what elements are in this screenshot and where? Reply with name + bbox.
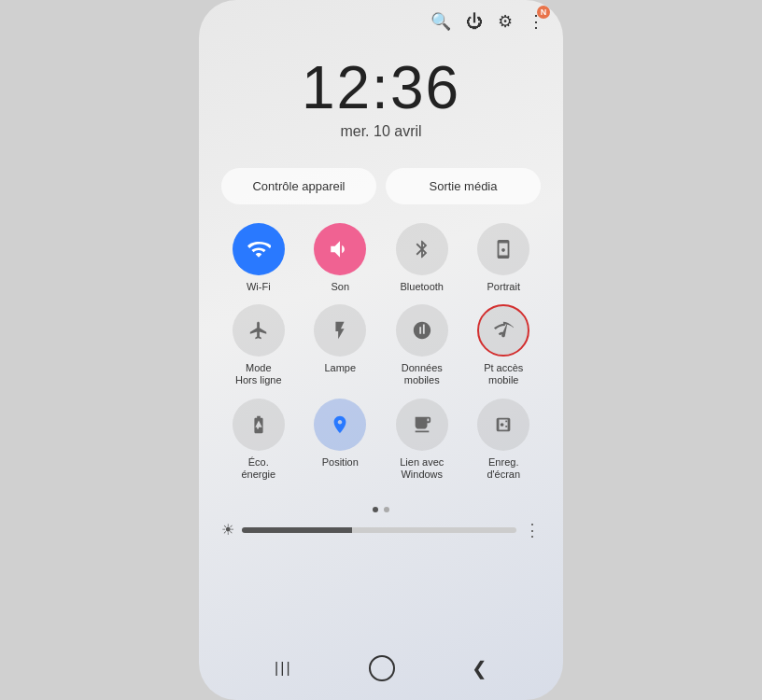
clock-date: mer. 10 avril bbox=[199, 123, 563, 140]
back-button[interactable]: ❮ bbox=[472, 657, 487, 679]
portrait-label: Portrait bbox=[487, 281, 520, 293]
screen-record-label: Enreg. d'écran bbox=[487, 456, 520, 481]
top-bar: 🔍 ⏻ ⚙ ⋮ N bbox=[199, 0, 563, 39]
brightness-icon: ☀ bbox=[221, 521, 234, 539]
tile-link-windows[interactable]: Lien avec Windows bbox=[385, 399, 459, 481]
dot-2 bbox=[384, 507, 389, 512]
more-options-button[interactable]: ⋮ N bbox=[528, 11, 544, 32]
mobile-data-label: Données mobiles bbox=[402, 362, 443, 386]
clock-time: 12:36 bbox=[199, 58, 563, 118]
tile-screen-record[interactable]: Enreg. d'écran bbox=[467, 399, 542, 481]
phone-frame: 🔍 ⏻ ⚙ ⋮ N 12:36 mer. 10 avril Contrôle a… bbox=[199, 0, 563, 700]
brightness-bar: ☀ ⋮ bbox=[221, 520, 541, 540]
tile-battery-saver[interactable]: Éco. énergie bbox=[221, 399, 296, 481]
screen-record-icon bbox=[477, 399, 529, 451]
link-windows-label: Lien avec Windows bbox=[400, 456, 444, 481]
hotspot-icon bbox=[477, 304, 529, 357]
link-windows-icon bbox=[396, 399, 448, 451]
mobile-data-icon bbox=[396, 304, 448, 357]
location-label: Position bbox=[322, 456, 359, 469]
brightness-track[interactable] bbox=[242, 527, 516, 533]
dot-1 bbox=[373, 507, 378, 512]
tile-mobile-data[interactable]: Données mobiles bbox=[385, 304, 459, 386]
portrait-icon bbox=[477, 223, 529, 275]
wifi-icon bbox=[233, 223, 285, 275]
recents-button[interactable]: ||| bbox=[275, 660, 291, 677]
time-section: 12:36 mer. 10 avril bbox=[199, 39, 563, 149]
bluetooth-label: Bluetooth bbox=[401, 281, 444, 293]
quick-tiles: Wi-Fi Son Bluetooth bbox=[221, 223, 541, 481]
battery-icon bbox=[233, 399, 285, 451]
sound-icon bbox=[314, 223, 366, 275]
wifi-label: Wi-Fi bbox=[247, 281, 271, 293]
controls-section: Contrôle appareil Sortie média Wi-Fi bbox=[199, 149, 563, 497]
power-icon[interactable]: ⏻ bbox=[466, 12, 483, 32]
search-icon[interactable]: 🔍 bbox=[430, 11, 451, 32]
device-control-button[interactable]: Contrôle appareil bbox=[221, 168, 376, 204]
tile-bluetooth[interactable]: Bluetooth bbox=[385, 223, 459, 293]
flashlight-label: Lampe bbox=[324, 362, 356, 374]
location-icon bbox=[314, 399, 366, 451]
settings-icon[interactable]: ⚙ bbox=[498, 11, 513, 32]
bluetooth-icon bbox=[396, 223, 448, 275]
notification-badge: N bbox=[537, 6, 550, 19]
page-dots bbox=[199, 507, 563, 512]
battery-label: Éco. énergie bbox=[241, 456, 275, 481]
tile-flashlight[interactable]: Lampe bbox=[303, 304, 378, 386]
media-output-button[interactable]: Sortie média bbox=[386, 168, 541, 204]
tile-portrait[interactable]: Portrait bbox=[467, 223, 542, 293]
tile-hotspot[interactable]: Pt accès mobile bbox=[467, 304, 542, 386]
tile-location[interactable]: Position bbox=[303, 399, 378, 481]
tile-airplane[interactable]: Mode Hors ligne bbox=[221, 304, 296, 386]
hotspot-label: Pt accès mobile bbox=[484, 362, 523, 386]
sound-label: Son bbox=[331, 281, 349, 293]
nav-bar: ||| ❮ bbox=[199, 644, 563, 700]
airplane-icon bbox=[233, 304, 285, 357]
control-buttons: Contrôle appareil Sortie média bbox=[221, 168, 541, 204]
tile-sound[interactable]: Son bbox=[303, 223, 378, 293]
flashlight-icon bbox=[314, 304, 366, 357]
brightness-more-icon[interactable]: ⋮ bbox=[524, 520, 541, 540]
airplane-label: Mode Hors ligne bbox=[235, 362, 282, 386]
tile-wifi[interactable]: Wi-Fi bbox=[221, 223, 296, 293]
home-button[interactable] bbox=[369, 655, 395, 681]
